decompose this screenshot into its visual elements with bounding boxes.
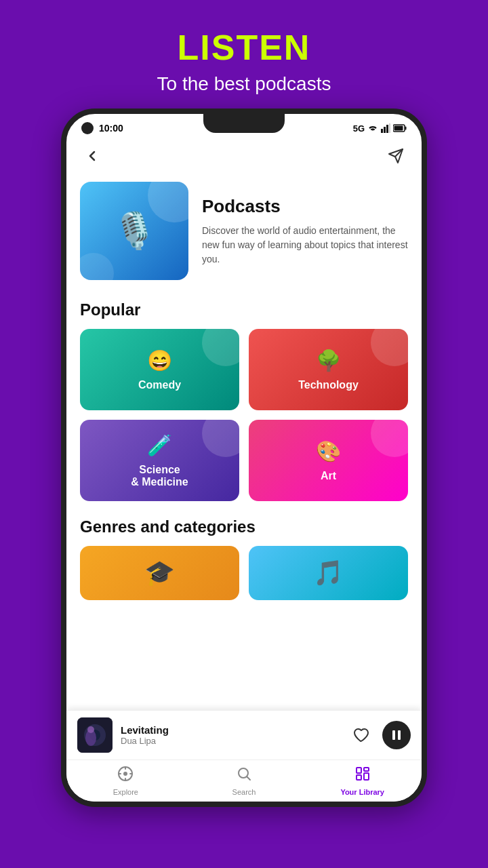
page-subtitle: To the best podcasts (157, 73, 331, 95)
genres-section-title: Genres and categories (66, 511, 422, 546)
svg-line-21 (247, 777, 251, 781)
svg-rect-12 (392, 730, 395, 740)
science-label: Science & Medicine (131, 464, 188, 488)
explore-icon (117, 766, 134, 786)
top-nav (66, 137, 422, 175)
phone-notch (203, 114, 285, 133)
svg-rect-3 (389, 123, 390, 133)
album-art-image (77, 717, 113, 753)
category-science[interactable]: 🧪 Science & Medicine (80, 420, 239, 501)
genre-education[interactable]: 🎓 (80, 546, 239, 600)
podcast-desc: Discover the world of audio entertainmen… (202, 224, 408, 267)
podcast-info: Podcasts Discover the world of audio ent… (202, 196, 408, 267)
album-art (77, 717, 113, 753)
player-controls (348, 721, 411, 749)
nav-search[interactable]: Search (185, 760, 304, 802)
signal-label: 5G (353, 123, 365, 134)
like-button[interactable] (348, 723, 373, 747)
back-button[interactable] (80, 144, 104, 168)
categories-grid: 😄 Comedy 🌳 Technology 🧪 Science & Medici… (66, 329, 422, 501)
search-label: Search (232, 788, 256, 796)
genres-grid: 🎓 🎵 (66, 546, 422, 600)
library-label: Your Library (340, 788, 384, 796)
podcast-title: Podcasts (202, 196, 408, 217)
song-info: Levitating Dua Lipa (121, 724, 340, 746)
status-right: 5G (353, 123, 407, 134)
technology-label: Technology (298, 379, 359, 391)
comedy-icon: 😄 (147, 349, 172, 372)
science-icon: 🧪 (147, 433, 172, 457)
podcast-thumbnail: 🎙️ (80, 182, 188, 280)
battery-icon (393, 124, 407, 132)
signal-icon (381, 123, 390, 133)
music-icon: 🎵 (313, 559, 344, 587)
svg-point-15 (123, 772, 127, 776)
svg-rect-25 (364, 773, 369, 780)
svg-rect-24 (357, 775, 361, 780)
svg-rect-13 (398, 730, 401, 740)
phone-content: 🎙️ Podcasts Discover the world of audio … (66, 137, 422, 795)
technology-icon: 🌳 (316, 349, 341, 372)
page-title: LISTEN (157, 27, 331, 68)
status-left: 10:00 (81, 122, 123, 134)
nav-library[interactable]: Your Library (303, 760, 422, 802)
bottom-nav: Explore Search Your Library (66, 760, 422, 802)
popular-section-title: Popular (66, 294, 422, 329)
svg-rect-6 (394, 126, 403, 131)
svg-rect-23 (364, 768, 369, 771)
svg-rect-2 (386, 125, 388, 133)
pause-button[interactable] (382, 721, 411, 749)
category-art[interactable]: 🎨 Art (249, 420, 408, 501)
explore-label: Explore (113, 788, 138, 796)
mic-icon: 🎙️ (113, 210, 157, 252)
phone-frame: 10:00 5G (61, 108, 427, 807)
camera-dot (81, 122, 94, 134)
education-icon: 🎓 (144, 559, 175, 587)
wifi-icon (367, 123, 378, 133)
art-icon: 🎨 (316, 439, 341, 463)
song-title: Levitating (121, 724, 340, 736)
now-playing-bar[interactable]: Levitating Dua Lipa (66, 710, 422, 760)
search-icon (236, 766, 252, 786)
status-time: 10:00 (99, 123, 123, 134)
svg-rect-1 (384, 127, 386, 133)
podcast-hero: 🎙️ Podcasts Discover the world of audio … (66, 175, 422, 294)
nav-explore[interactable]: Explore (66, 760, 185, 802)
category-technology[interactable]: 🌳 Technology (249, 329, 408, 410)
svg-rect-22 (357, 768, 361, 773)
svg-point-11 (87, 726, 94, 733)
svg-rect-0 (381, 129, 383, 133)
song-artist: Dua Lipa (121, 736, 340, 746)
svg-rect-5 (405, 127, 407, 130)
page-header: LISTEN To the best podcasts (144, 0, 345, 108)
pause-icon (390, 729, 403, 741)
share-button[interactable] (384, 144, 408, 168)
art-label: Art (321, 470, 336, 482)
category-comedy[interactable]: 😄 Comedy (80, 329, 239, 410)
comedy-label: Comedy (138, 379, 181, 391)
library-icon (354, 766, 371, 786)
genre-music[interactable]: 🎵 (249, 546, 408, 600)
